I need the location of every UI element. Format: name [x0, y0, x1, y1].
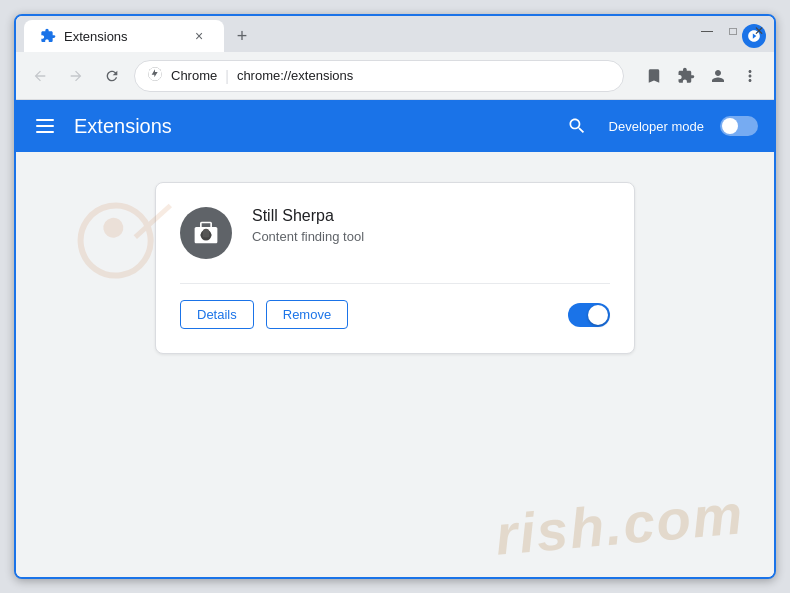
extension-details: Still Sherpa Content finding tool — [252, 207, 610, 244]
address-right-icons — [640, 62, 764, 90]
tab-extension-icon — [40, 28, 56, 44]
extensions-page-title: Extensions — [74, 115, 545, 138]
tab-title: Extensions — [64, 29, 128, 44]
menu-button[interactable] — [736, 62, 764, 90]
extension-actions: Details Remove — [180, 300, 610, 329]
extension-icon — [192, 219, 220, 247]
tab-bar: Extensions × + — [24, 20, 256, 52]
bookmark-button[interactable] — [640, 62, 668, 90]
title-bar: Extensions × + — □ ✕ — [16, 16, 774, 52]
site-security-icon — [147, 66, 163, 86]
url-display: chrome://extensions — [237, 68, 611, 83]
extension-info: Still Sherpa Content finding tool — [180, 207, 610, 259]
extension-name: Still Sherpa — [252, 207, 610, 225]
site-name: Chrome — [171, 68, 217, 83]
extension-icon-circle — [180, 207, 232, 259]
address-box[interactable]: Chrome | chrome://extensions — [134, 60, 624, 92]
extension-toggle[interactable] — [568, 303, 610, 327]
new-tab-button[interactable]: + — [228, 22, 256, 50]
address-bar-row: Chrome | chrome://extensions — [16, 52, 774, 100]
tab-close-button[interactable]: × — [190, 27, 208, 45]
svg-point-2 — [102, 216, 125, 239]
back-button[interactable] — [26, 62, 54, 90]
main-content: rish.com — [16, 152, 774, 577]
close-button[interactable]: ✕ — [752, 24, 766, 38]
address-divider: | — [225, 68, 229, 84]
maximize-button[interactable]: □ — [726, 24, 740, 38]
svg-point-1 — [75, 200, 156, 281]
developer-mode-toggle-knob — [722, 118, 738, 134]
forward-button[interactable] — [62, 62, 90, 90]
remove-button[interactable]: Remove — [266, 300, 348, 329]
profile-button[interactable] — [704, 62, 732, 90]
developer-mode-toggle-track[interactable] — [720, 116, 758, 136]
developer-mode-toggle[interactable] — [720, 116, 758, 136]
details-button[interactable]: Details — [180, 300, 254, 329]
menu-hamburger-button[interactable] — [32, 115, 58, 137]
minimize-button[interactable]: — — [700, 24, 714, 38]
svg-point-8 — [203, 229, 210, 236]
window-controls: — □ ✕ — [700, 24, 766, 38]
extension-description: Content finding tool — [252, 229, 610, 244]
browser-window: Extensions × + — □ ✕ — [14, 14, 776, 579]
developer-mode-label: Developer mode — [609, 119, 704, 134]
search-button[interactable] — [561, 110, 593, 142]
extensions-header: Extensions Developer mode — [16, 100, 774, 152]
reload-button[interactable] — [98, 62, 126, 90]
extensions-button[interactable] — [672, 62, 700, 90]
card-divider — [180, 283, 610, 284]
extension-card: Still Sherpa Content finding tool Detail… — [155, 182, 635, 354]
watermark-text: rish.com — [492, 481, 746, 567]
active-tab[interactable]: Extensions × — [24, 20, 224, 52]
extension-toggle-knob — [588, 305, 608, 325]
